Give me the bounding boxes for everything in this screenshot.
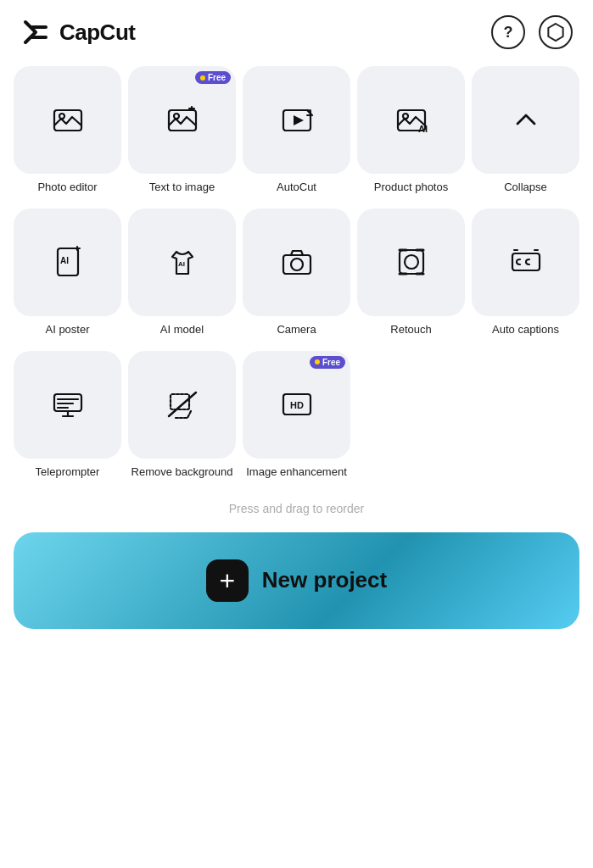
- svg-point-4: [174, 114, 179, 119]
- auto-captions-icon: [507, 243, 545, 281]
- settings-button[interactable]: [539, 15, 573, 49]
- new-project-area[interactable]: + New project: [14, 532, 579, 629]
- autocut-icon-wrap: [243, 66, 350, 174]
- tool-ai-poster[interactable]: AI AI poster: [14, 209, 121, 337]
- remove-background-icon: [164, 386, 201, 423]
- remove-background-label: Remove background: [131, 465, 233, 480]
- product-photos-label: Product photos: [374, 181, 448, 195]
- svg-point-2: [59, 114, 64, 119]
- svg-point-14: [291, 259, 303, 270]
- tool-retouch[interactable]: Retouch: [357, 209, 465, 337]
- tool-auto-captions[interactable]: Auto captions: [472, 209, 579, 337]
- free-badge-image-enhancement: Free: [310, 356, 345, 369]
- collapse-label: Collapse: [504, 181, 547, 195]
- help-icon: ?: [504, 24, 513, 42]
- teleprompter-label: Teleprompter: [36, 465, 100, 480]
- free-badge-dot: [200, 75, 205, 81]
- logo-area: CapCut: [20, 17, 135, 47]
- teleprompter-icon: [49, 386, 87, 423]
- image-enhancement-icon: HD: [278, 386, 316, 423]
- free-badge-dot-2: [315, 359, 320, 364]
- tool-product-photos[interactable]: AI Product photos: [357, 66, 465, 195]
- svg-rect-15: [400, 250, 423, 274]
- tool-photo-editor[interactable]: Photo editor: [14, 66, 121, 195]
- drag-hint-text: Press and drag to reorder: [229, 502, 365, 515]
- svg-point-8: [403, 114, 408, 119]
- camera-label: Camera: [277, 323, 316, 337]
- product-photos-icon: AI: [393, 102, 430, 139]
- ai-poster-icon-wrap: AI: [14, 209, 121, 316]
- auto-captions-icon-wrap: [472, 209, 579, 316]
- collapse-icon: [507, 102, 545, 139]
- svg-text:AI: AI: [60, 256, 69, 265]
- capcut-logo-icon: [20, 17, 51, 47]
- free-badge-text-to-image: Free: [195, 71, 231, 84]
- tools-row-1: Photo editor Free Text to image: [14, 66, 579, 195]
- help-button[interactable]: ?: [491, 15, 525, 49]
- tool-text-to-image[interactable]: Free Text to image: [128, 66, 236, 195]
- new-project-label: New project: [262, 567, 387, 593]
- header-icons: ?: [491, 15, 573, 49]
- ai-model-icon-wrap: AI: [128, 209, 236, 316]
- photo-editor-icon-wrap: [14, 66, 121, 174]
- tool-image-enhancement[interactable]: Free HD Image enhancement: [243, 351, 350, 480]
- camera-icon: [278, 243, 316, 281]
- photo-editor-label: Photo editor: [37, 181, 97, 195]
- settings-icon: [545, 22, 566, 42]
- ai-poster-label: AI poster: [45, 323, 89, 337]
- free-badge-label-2: Free: [322, 358, 340, 367]
- new-project-button[interactable]: + New project: [206, 559, 387, 602]
- retouch-icon: [393, 243, 430, 281]
- tool-collapse[interactable]: Collapse: [472, 66, 579, 195]
- tools-section: Photo editor Free Text to image: [0, 59, 593, 480]
- tools-row-3: Teleprompter Remove background Free: [14, 351, 579, 480]
- svg-line-25: [169, 392, 196, 416]
- text-to-image-icon: [164, 102, 201, 139]
- ai-model-icon: AI: [164, 243, 201, 281]
- tools-row-2: AI AI poster AI AI model: [14, 209, 579, 337]
- autocut-label: AutoCut: [277, 181, 316, 195]
- svg-text:AI: AI: [178, 260, 185, 268]
- camera-icon-wrap: [243, 209, 350, 316]
- photo-editor-icon: [49, 102, 87, 139]
- image-enhancement-icon-wrap: Free HD: [243, 351, 350, 459]
- svg-point-16: [405, 255, 418, 269]
- logo-text: CapCut: [59, 19, 135, 46]
- svg-marker-6: [294, 115, 304, 125]
- remove-background-icon-wrap: [128, 351, 236, 459]
- tool-camera[interactable]: Camera: [243, 209, 350, 337]
- collapse-icon-wrap: [472, 66, 579, 174]
- empty-slot-1: [357, 351, 465, 480]
- plus-symbol: +: [219, 567, 235, 594]
- retouch-label: Retouch: [390, 323, 431, 337]
- free-badge-label: Free: [208, 73, 226, 82]
- autocut-icon: [278, 102, 316, 139]
- tool-autocut[interactable]: AutoCut: [243, 66, 350, 195]
- auto-captions-label: Auto captions: [492, 323, 559, 337]
- image-enhancement-label: Image enhancement: [246, 465, 347, 480]
- empty-slot-2: [472, 351, 579, 480]
- retouch-icon-wrap: [357, 209, 465, 316]
- text-to-image-icon-wrap: Free: [128, 66, 236, 174]
- product-photos-icon-wrap: AI: [357, 66, 465, 174]
- new-project-plus-icon: +: [206, 559, 249, 602]
- ai-model-label: AI model: [160, 323, 204, 337]
- text-to-image-label: Text to image: [149, 181, 215, 195]
- tool-teleprompter[interactable]: Teleprompter: [14, 351, 121, 480]
- tool-remove-background[interactable]: Remove background: [128, 351, 236, 480]
- tool-ai-model[interactable]: AI AI model: [128, 209, 236, 337]
- svg-text:HD: HD: [290, 400, 304, 410]
- header: CapCut ?: [0, 0, 593, 59]
- drag-hint: Press and drag to reorder: [0, 493, 593, 532]
- svg-text:AI: AI: [418, 124, 428, 134]
- teleprompter-icon-wrap: [14, 351, 121, 459]
- svg-marker-0: [548, 24, 562, 41]
- ai-poster-icon: AI: [49, 243, 87, 281]
